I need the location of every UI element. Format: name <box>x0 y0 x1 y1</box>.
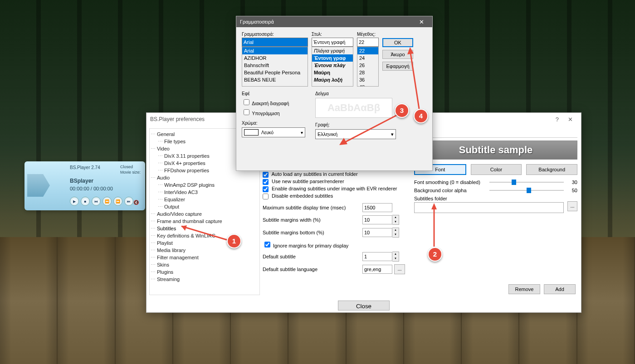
spinner[interactable]: ▲▼ <box>392 215 399 225</box>
list-item[interactable]: Έντονη γραφ <box>312 54 353 62</box>
list-item[interactable]: Beautiful People Persona <box>242 69 308 76</box>
list-item[interactable]: Μαύρη <box>312 69 353 76</box>
list-item[interactable]: AZIDHOR <box>242 54 308 62</box>
list-item[interactable]: Πλάγια γραφή <box>312 47 353 54</box>
browse-button[interactable]: ... <box>394 264 405 274</box>
smoothing-slider[interactable] <box>489 182 564 183</box>
check-item[interactable]: Auto load any subtitles in current folde… <box>263 170 410 178</box>
ignore-margins-check[interactable]: Ignore margins for primary display <box>263 240 348 249</box>
player-time: 00:00:00 / 00:00:00 <box>70 186 113 191</box>
callout-1: 1 <box>227 234 241 248</box>
next-icon[interactable]: ⏭ <box>124 197 133 206</box>
default-subtitle-input[interactable] <box>362 252 392 261</box>
font-dialog: Γραμματοσειρά ✕ Γραμματοσειρά: ArialAZID… <box>236 16 433 171</box>
margin-bottom-input[interactable] <box>362 228 392 237</box>
size-list[interactable]: 22242628364872 <box>357 47 379 87</box>
default-subtitle-label: Default subtitle <box>263 254 362 259</box>
max-time-label: Maximum subtitle display time (msec) <box>263 205 362 210</box>
font-name-input[interactable] <box>242 38 308 47</box>
tree-item[interactable]: Key definitions & WinLIRC <box>151 232 259 239</box>
tree-item[interactable]: Skins <box>151 261 259 268</box>
bsplayer-widget[interactable]: BS.Player 2.74 BSplayer 00:00:00 / 00:00… <box>24 161 145 210</box>
tree-item[interactable]: Playlist <box>151 239 259 247</box>
check-item[interactable]: Enable drawing subtitles under image wit… <box>263 185 410 192</box>
background-button[interactable]: Background <box>526 164 577 175</box>
close-button[interactable]: Close <box>338 301 390 311</box>
cancel-button[interactable]: Άκυρο <box>382 50 413 59</box>
close-icon[interactable]: ✕ <box>415 17 429 27</box>
script-label: Γραφή: <box>315 122 396 127</box>
color-button[interactable]: Color <box>471 164 522 175</box>
style-input[interactable] <box>312 38 353 47</box>
prefs-title: BS.Player preferences <box>150 116 205 122</box>
close-icon[interactable]: ✕ <box>563 114 577 125</box>
list-item[interactable]: Bahnschrift <box>242 62 308 69</box>
check-item[interactable]: Disable embedded subtitles <box>263 192 410 199</box>
volume-icon[interactable]: 🔇 <box>133 200 139 205</box>
list-item[interactable]: BEBAS NEUE <box>242 76 308 83</box>
list-item[interactable]: 22 <box>357 47 378 54</box>
help-icon[interactable]: ? <box>551 114 563 125</box>
callout-4: 4 <box>414 109 428 123</box>
list-item[interactable]: Arial <box>242 47 308 54</box>
style-list[interactable]: Πλάγια γραφήΈντονη γραφΈντονα πλάγΜαύρηΜ… <box>312 47 353 87</box>
tree-item[interactable]: Equalizer <box>151 196 259 203</box>
list-item[interactable]: Μαύρη λοξή <box>312 76 353 83</box>
list-item[interactable]: 36 <box>357 76 378 83</box>
preview-label: Δείγμα <box>315 91 396 96</box>
callout-2: 2 <box>428 247 442 262</box>
style-label: Στυλ: <box>312 32 353 37</box>
tree-item[interactable]: WinAmp2 DSP plugins <box>151 181 259 189</box>
tree-item[interactable]: InterVideo AC3 <box>151 189 259 196</box>
add-button[interactable]: Add <box>544 284 576 294</box>
underline-check[interactable]: Υπογράμμιση <box>242 108 310 118</box>
prev-icon[interactable]: ⏮ <box>92 197 101 206</box>
ff-icon[interactable]: ⏩ <box>113 197 122 206</box>
list-item[interactable]: Έντονα πλάγ <box>312 62 353 69</box>
default-lang-input[interactable] <box>362 265 392 274</box>
spinner[interactable]: ▲▼ <box>392 228 399 238</box>
font-titlebar[interactable]: Γραμματοσειρά ✕ <box>236 16 432 27</box>
spinner[interactable]: ▲▼ <box>392 252 399 262</box>
rew-icon[interactable]: ⏪ <box>103 197 112 206</box>
apply-button[interactable]: Εφαρμογή <box>382 62 413 71</box>
check-item[interactable]: Use new subtitle parser/renderer <box>263 178 410 185</box>
stop-icon[interactable]: ■ <box>81 197 90 206</box>
tree-item[interactable]: Streaming <box>151 276 259 283</box>
size-input[interactable] <box>357 38 379 47</box>
player-name: BSplayer <box>70 178 93 184</box>
tree-item[interactable]: Media library <box>151 247 259 254</box>
color-select[interactable]: Λευκό▾ <box>242 127 305 137</box>
browse-button[interactable]: ... <box>567 201 577 211</box>
list-item[interactable]: 24 <box>357 54 378 62</box>
ok-button[interactable]: OK <box>382 38 413 47</box>
list-item[interactable]: 26 <box>357 62 378 69</box>
color-label: Χρώμα: <box>242 121 310 126</box>
tree-item[interactable]: Audio/Video capture <box>151 210 259 218</box>
tree-item[interactable]: Plugins <box>151 268 259 276</box>
subtitles-folder-input[interactable] <box>414 202 564 213</box>
margin-width-input[interactable] <box>362 215 392 224</box>
margin-width-label: Subtitle margins width (%) <box>263 217 362 223</box>
list-item[interactable]: 28 <box>357 69 378 76</box>
max-time-input[interactable] <box>362 203 392 212</box>
font-label: Γραμματοσειρά: <box>242 32 308 37</box>
script-select[interactable]: Ελληνική▾ <box>315 129 396 139</box>
list-item[interactable]: 48 <box>357 83 378 87</box>
callout-3: 3 <box>395 103 409 118</box>
margin-bottom-label: Subtitle margins bottom (%) <box>263 230 362 235</box>
font-list[interactable]: ArialAZIDHORBahnschriftBeautiful People … <box>242 47 308 87</box>
tree-item[interactable]: Subtitles <box>151 225 259 232</box>
strikeout-check[interactable]: Διακριτή διαγραφή <box>242 98 310 108</box>
tree-item[interactable]: Frame and thumbnail capture <box>151 218 259 225</box>
font-dialog-title: Γραμματοσειρά <box>240 19 274 24</box>
subtitles-folder-label: Subtitles folder <box>414 196 577 201</box>
tree-item[interactable]: Output <box>151 203 259 210</box>
tree-item[interactable]: Filter management <box>151 254 259 261</box>
subtitle-sample: Subtitle sample <box>414 141 577 160</box>
smoothing-label: Font smoothing (0 = disabled) <box>414 180 487 185</box>
tree-item[interactable]: Audio <box>151 174 259 181</box>
play-icon[interactable]: ▶ <box>70 197 79 206</box>
alpha-slider[interactable] <box>489 190 564 191</box>
remove-button[interactable]: Remove <box>508 284 540 294</box>
